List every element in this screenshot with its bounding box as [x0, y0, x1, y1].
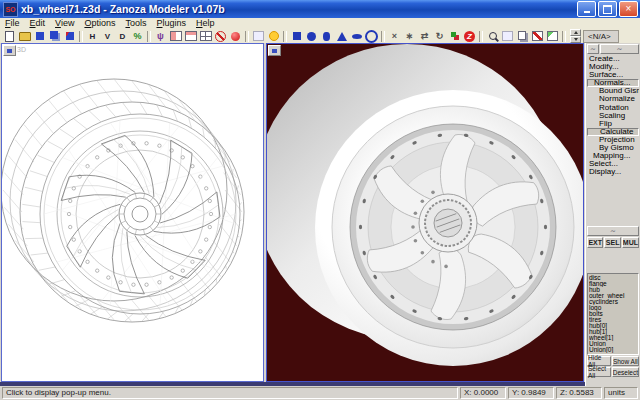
cmd-normalize[interactable]: Normalize: [587, 95, 639, 103]
swap-tool-button[interactable]: ⇄: [417, 30, 432, 43]
app-window: SO xb_wheel71.z3d - Zanoza Modeler v1.07…: [0, 0, 640, 400]
viewport-menu-button[interactable]: [3, 45, 16, 56]
spinner-up-icon[interactable]: [570, 29, 581, 36]
viewport-wireframe[interactable]: 3D: [1, 43, 264, 382]
disc-primitive-icon: [352, 34, 362, 39]
menu-file[interactable]: File: [0, 18, 25, 29]
sel-mode-button[interactable]: SEL: [604, 237, 620, 248]
export-button[interactable]: [62, 30, 77, 43]
status-message: Click to display pop-up menu.: [2, 387, 458, 399]
cmd-bound-gismo[interactable]: Bound Gismo: [587, 87, 639, 95]
background-icon: [253, 31, 264, 41]
cmd-mapping[interactable]: Mapping...: [587, 152, 639, 160]
paint-button[interactable]: [447, 30, 462, 43]
cmd-create[interactable]: Create...: [587, 55, 639, 63]
save-icon: [36, 32, 44, 40]
light-icon: [269, 31, 279, 41]
status-x: X: 0.0000: [460, 387, 506, 399]
cone-primitive-button[interactable]: [334, 30, 349, 43]
viewport-menu-button[interactable]: [268, 45, 281, 56]
cmd-projection[interactable]: Projection: [587, 136, 639, 144]
cmd-normals[interactable]: Normals...: [587, 79, 639, 87]
open-button[interactable]: [17, 30, 32, 43]
scale-tool-button[interactable]: ×: [387, 30, 402, 43]
torus-primitive-button[interactable]: [364, 30, 379, 43]
status-y: Y: 0.9849: [508, 387, 554, 399]
close-button[interactable]: ×: [619, 1, 638, 17]
select-all-button[interactable]: Select All: [587, 367, 611, 377]
cmd-by-gismo[interactable]: By Gismo: [587, 144, 639, 152]
viewport-split-button[interactable]: [183, 30, 198, 43]
cmd-modify[interactable]: Modify...: [587, 63, 639, 71]
rotate-tool-button[interactable]: ↻: [432, 30, 447, 43]
disable-draw-button[interactable]: [213, 30, 228, 43]
menu-edit[interactable]: Edit: [25, 18, 51, 29]
viewport-quad-button[interactable]: [198, 30, 213, 43]
new-button[interactable]: [2, 30, 17, 43]
cmd-surface[interactable]: Surface...: [587, 71, 639, 79]
show-all-button[interactable]: Show All: [612, 356, 639, 366]
restore-icon: [603, 5, 612, 14]
spinner-down-icon[interactable]: [570, 36, 581, 43]
viewport-shaded[interactable]: [266, 43, 584, 382]
cmd-scaling[interactable]: Scaling: [587, 112, 639, 120]
toolbar: H V D % ψ × ∗ ⇄ ↻ Z: [0, 29, 640, 43]
menu-options[interactable]: Options: [79, 18, 120, 29]
disc-primitive-button[interactable]: [349, 30, 364, 43]
wireframe-wheel: [2, 44, 263, 381]
mul-mode-button[interactable]: MUL: [622, 237, 639, 248]
cmd-select[interactable]: Select...: [587, 160, 639, 168]
pan-icon: [502, 31, 513, 41]
save-button[interactable]: [32, 30, 47, 43]
menu-view[interactable]: View: [50, 18, 79, 29]
viewport-layout-button[interactable]: [168, 30, 183, 43]
detach-button[interactable]: D: [115, 30, 130, 43]
uv-mapper-button[interactable]: %: [130, 30, 145, 43]
panel-collapse-button[interactable]: ∼: [587, 44, 599, 54]
pan-view-button[interactable]: [500, 30, 515, 43]
save-copy-button[interactable]: [47, 30, 62, 43]
material-button[interactable]: [228, 30, 243, 43]
cylinder-primitive-button[interactable]: [319, 30, 334, 43]
object-item-union0[interactable]: Union[0]: [589, 347, 638, 353]
cmd-display[interactable]: Display...: [587, 168, 639, 176]
list-rollup-button[interactable]: ∼: [587, 226, 639, 236]
zoom-button[interactable]: [485, 30, 500, 43]
app-icon[interactable]: SO: [3, 2, 18, 17]
cmd-rotation[interactable]: Rotation: [587, 104, 639, 112]
restore-button[interactable]: [598, 1, 617, 17]
sphere-primitive-button[interactable]: [304, 30, 319, 43]
export-icon: [66, 32, 74, 40]
cylinder-primitive-icon: [323, 32, 330, 41]
cone-primitive-icon: [337, 32, 347, 41]
light-button[interactable]: [266, 30, 281, 43]
cmd-flip[interactable]: Flip: [587, 120, 639, 128]
menu-help[interactable]: Help: [191, 18, 220, 29]
toolbar-separator: [79, 31, 83, 42]
na-dropdown[interactable]: <N/A>: [583, 30, 619, 43]
cmd-calculate[interactable]: Calculate: [587, 128, 639, 136]
snapshot-button[interactable]: [545, 30, 560, 43]
copy-view-button[interactable]: [515, 30, 530, 43]
cube-primitive-button[interactable]: [289, 30, 304, 43]
menu-tools[interactable]: Tools: [120, 18, 151, 29]
minimize-button[interactable]: [577, 1, 596, 17]
copy-icon: [518, 31, 526, 40]
background-button[interactable]: [251, 30, 266, 43]
toolbar-separator: [147, 31, 151, 42]
ext-mode-button[interactable]: EXT: [587, 237, 603, 248]
texture-delete-button[interactable]: [530, 30, 545, 43]
hide-button[interactable]: H: [85, 30, 100, 43]
sphere-primitive-icon: [307, 32, 316, 41]
toolbar-separator: [562, 31, 566, 42]
gizmo-button[interactable]: ψ: [153, 30, 168, 43]
zmodeler-button[interactable]: Z: [462, 30, 477, 43]
zoom-icon: [489, 32, 497, 40]
menu-plugins[interactable]: Plugins: [151, 18, 191, 29]
visibility-button[interactable]: V: [100, 30, 115, 43]
value-spinner[interactable]: [570, 29, 581, 43]
disable-icon: [215, 31, 226, 42]
panel-rollup-button[interactable]: ∼: [600, 44, 639, 54]
deselect-button[interactable]: Deselect: [612, 367, 639, 377]
star-tool-button[interactable]: ∗: [402, 30, 417, 43]
